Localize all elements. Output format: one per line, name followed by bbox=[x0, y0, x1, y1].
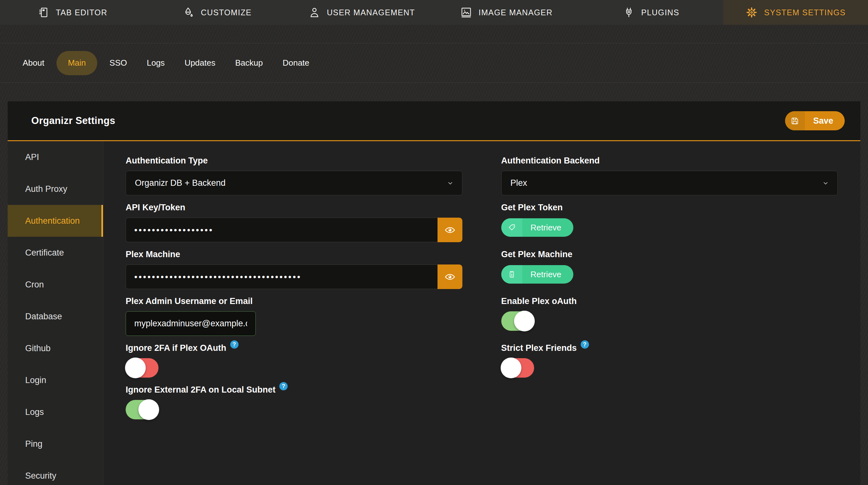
tab-donate[interactable]: Donate bbox=[275, 51, 317, 75]
authentication-type-value: Organizr DB + Backend bbox=[135, 178, 225, 188]
nav-item-tab-editor[interactable]: TAB EDITOR bbox=[0, 0, 145, 25]
customize-icon bbox=[182, 6, 194, 19]
nav-item-image-manager[interactable]: IMAGE MANAGER bbox=[434, 0, 579, 25]
plex-machine-input[interactable] bbox=[126, 264, 437, 289]
toggle-knob bbox=[501, 358, 521, 378]
nav-item-label: PLUGINS bbox=[641, 8, 680, 17]
tab-logs[interactable]: Logs bbox=[139, 51, 172, 75]
nav-item-customize[interactable]: CUSTOMIZE bbox=[145, 0, 289, 25]
retrieve-button-label: Retrieve bbox=[522, 218, 574, 237]
settings-content: Authentication Type Organizr DB + Backen… bbox=[103, 141, 860, 485]
id-badge-icon bbox=[501, 265, 522, 284]
plugins-icon bbox=[623, 6, 635, 19]
field-ignore-external-2fa: Ignore External 2FA on Local Subnet ? bbox=[126, 385, 462, 419]
nav-item-label: SYSTEM SETTINGS bbox=[764, 8, 846, 17]
field-plex-admin: Plex Admin Username or Email bbox=[126, 296, 462, 336]
tab-about[interactable]: About bbox=[15, 51, 52, 75]
api-key-label: API Key/Token bbox=[126, 202, 462, 213]
enable-plex-oauth-toggle[interactable] bbox=[501, 311, 534, 331]
retrieve-button-label: Retrieve bbox=[522, 265, 574, 284]
sidebar-item-authentication[interactable]: Authentication bbox=[8, 205, 103, 237]
sidebar-item-database[interactable]: Database bbox=[8, 300, 103, 332]
retrieve-plex-machine-button[interactable]: Retrieve bbox=[501, 265, 574, 284]
user-management-icon bbox=[308, 6, 320, 19]
ignore-external-2fa-label: Ignore External 2FA on Local Subnet ? bbox=[126, 385, 462, 395]
top-navigation: TAB EDITOR CUSTOMIZE USER MANAGEMENT IMA… bbox=[0, 0, 868, 25]
eye-icon bbox=[444, 224, 456, 236]
tab-editor-icon bbox=[37, 6, 50, 19]
sidebar-item-certificate[interactable]: Certificate bbox=[8, 237, 103, 269]
help-icon[interactable]: ? bbox=[230, 340, 239, 349]
sidebar-item-logs[interactable]: Logs bbox=[8, 396, 103, 428]
field-authentication-backend: Authentication Backend Plex bbox=[501, 156, 838, 195]
settings-sidebar: API Auth Proxy Authentication Certificat… bbox=[8, 141, 103, 485]
get-plex-token-label: Get Plex Token bbox=[501, 202, 838, 213]
strict-plex-friends-label: Strict Plex Friends ? bbox=[501, 343, 838, 353]
tab-updates[interactable]: Updates bbox=[177, 51, 223, 75]
sidebar-item-security[interactable]: Security bbox=[8, 460, 103, 485]
authentication-type-label: Authentication Type bbox=[126, 156, 462, 166]
field-authentication-type: Authentication Type Organizr DB + Backen… bbox=[126, 156, 462, 195]
help-icon[interactable]: ? bbox=[279, 382, 288, 390]
api-key-input[interactable] bbox=[126, 218, 437, 242]
plex-machine-input-group bbox=[126, 264, 462, 289]
toggle-knob bbox=[125, 358, 146, 378]
field-get-plex-machine: Get Plex Machine Retrieve bbox=[501, 249, 838, 284]
settings-tab-bar: About Main SSO Logs Updates Backup Donat… bbox=[0, 43, 868, 83]
enable-plex-oauth-label: Enable Plex oAuth bbox=[501, 296, 838, 306]
image-manager-icon bbox=[460, 6, 472, 19]
plex-machine-label: Plex Machine bbox=[126, 249, 462, 259]
sidebar-item-ping[interactable]: Ping bbox=[8, 428, 103, 460]
help-icon[interactable]: ? bbox=[581, 340, 589, 349]
ignore-2fa-label: Ignore 2FA if Plex OAuth ? bbox=[126, 343, 462, 353]
authentication-type-select[interactable]: Organizr DB + Backend bbox=[126, 171, 462, 195]
chevron-down-icon bbox=[447, 180, 454, 187]
api-key-input-group bbox=[126, 218, 462, 242]
nav-item-system-settings[interactable]: SYSTEM SETTINGS bbox=[723, 0, 868, 25]
nav-item-label: USER MANAGEMENT bbox=[327, 8, 415, 17]
eye-icon bbox=[444, 271, 456, 283]
retrieve-plex-token-button[interactable]: Retrieve bbox=[501, 218, 574, 237]
panel-body: API Auth Proxy Authentication Certificat… bbox=[8, 141, 860, 485]
system-settings-icon bbox=[746, 6, 758, 19]
field-strict-plex-friends: Strict Plex Friends ? bbox=[501, 343, 838, 378]
tab-main[interactable]: Main bbox=[57, 51, 97, 75]
field-plex-machine: Plex Machine bbox=[126, 249, 462, 289]
api-key-reveal-button[interactable] bbox=[437, 218, 462, 242]
organizr-settings-panel: Organizr Settings Save API Auth Proxy Au… bbox=[8, 101, 860, 485]
nav-item-user-management[interactable]: USER MANAGEMENT bbox=[289, 0, 434, 25]
page-title: Organizr Settings bbox=[31, 115, 115, 127]
nav-item-plugins[interactable]: PLUGINS bbox=[579, 0, 723, 25]
plex-admin-label: Plex Admin Username or Email bbox=[126, 296, 462, 306]
authentication-backend-label: Authentication Backend bbox=[501, 156, 838, 166]
ignore-external-2fa-toggle[interactable] bbox=[126, 400, 158, 419]
authentication-backend-value: Plex bbox=[510, 178, 527, 188]
field-get-plex-token: Get Plex Token Retrieve bbox=[501, 202, 838, 237]
tab-sso[interactable]: SSO bbox=[102, 51, 134, 75]
field-ignore-2fa: Ignore 2FA if Plex OAuth ? bbox=[126, 343, 462, 378]
tag-icon bbox=[501, 218, 522, 237]
plex-admin-input[interactable] bbox=[126, 311, 256, 336]
sidebar-item-login[interactable]: Login bbox=[8, 364, 103, 396]
get-plex-machine-label: Get Plex Machine bbox=[501, 249, 838, 259]
field-api-key: API Key/Token bbox=[126, 202, 462, 242]
save-button[interactable]: Save bbox=[785, 111, 845, 130]
tab-backup[interactable]: Backup bbox=[227, 51, 271, 75]
save-button-label: Save bbox=[805, 111, 845, 130]
strict-plex-friends-toggle[interactable] bbox=[501, 358, 534, 378]
chevron-down-icon bbox=[822, 180, 829, 187]
sidebar-item-cron[interactable]: Cron bbox=[8, 269, 103, 300]
sidebar-item-api[interactable]: API bbox=[8, 141, 103, 173]
toggle-knob bbox=[138, 399, 159, 420]
panel-header: Organizr Settings Save bbox=[8, 101, 860, 141]
sidebar-item-github[interactable]: Github bbox=[8, 332, 103, 364]
ignore-2fa-toggle[interactable] bbox=[126, 358, 158, 378]
nav-item-label: IMAGE MANAGER bbox=[478, 8, 553, 17]
field-enable-plex-oauth: Enable Plex oAuth bbox=[501, 296, 838, 331]
nav-item-label: TAB EDITOR bbox=[56, 8, 107, 17]
plex-machine-reveal-button[interactable] bbox=[437, 264, 462, 289]
authentication-form: Authentication Type Organizr DB + Backen… bbox=[126, 156, 838, 419]
authentication-backend-select[interactable]: Plex bbox=[501, 171, 838, 195]
toggle-knob bbox=[514, 311, 535, 331]
sidebar-item-auth-proxy[interactable]: Auth Proxy bbox=[8, 173, 103, 205]
